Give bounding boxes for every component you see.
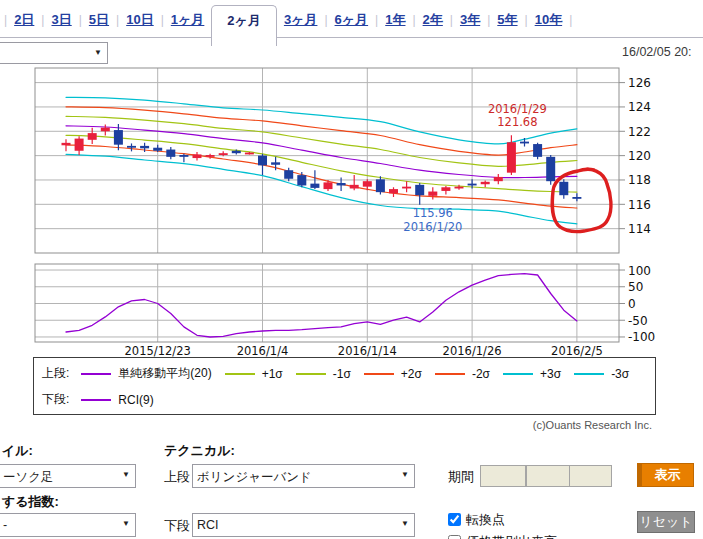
lower-indicator-select[interactable]: RCI ▼ xyxy=(192,513,415,537)
legend-entry-label: 単純移動平均(20) xyxy=(118,365,211,382)
period-label: 期間 xyxy=(448,468,474,486)
tab-period-2年[interactable]: 2年 xyxy=(416,3,450,37)
legend-upper-label: 上段: xyxy=(42,365,69,382)
tenkanten-checkbox[interactable] xyxy=(448,513,461,526)
svg-text:114: 114 xyxy=(628,222,651,236)
legend-line-swatch xyxy=(81,373,111,375)
legend-lower-label: 下段: xyxy=(42,391,69,408)
price-by-volume-checkbox-label: 価格帯別出来高 xyxy=(466,533,557,539)
tab-period-3日[interactable]: 3日 xyxy=(44,3,78,37)
show-button[interactable]: 表示 xyxy=(637,463,694,487)
svg-text:2016/2/5: 2016/2/5 xyxy=(551,344,603,357)
legend-upper-entries: 単純移動平均(20)+1σ-1σ+2σ-2σ+3σ-3σ xyxy=(81,365,642,382)
compare-index-select[interactable]: - ▼ xyxy=(0,513,136,537)
svg-text:122: 122 xyxy=(628,125,651,139)
svg-text:2016/1/4: 2016/1/4 xyxy=(237,344,289,357)
svg-text:50: 50 xyxy=(628,280,643,294)
legend-entry: -3σ xyxy=(574,365,629,382)
legend-entry: +2σ xyxy=(364,365,422,382)
tab-period-2日[interactable]: 2日 xyxy=(7,3,41,37)
copyright-text: (c)Ouants Research Inc. xyxy=(510,419,652,431)
legend-line-swatch xyxy=(225,373,255,375)
legend-line-swatch xyxy=(574,373,604,375)
quote-timestamp: 16/02/05 20: xyxy=(622,45,692,59)
tab-period-5年[interactable]: 5年 xyxy=(490,3,524,37)
chart-style-select[interactable]: ーソク足 ▼ xyxy=(0,464,136,488)
svg-text:-50: -50 xyxy=(628,314,648,328)
legend-entry: +3σ xyxy=(503,365,561,382)
technical-label: テクニカル: xyxy=(164,442,235,460)
period-tab-strip: |2日|3日|5日|10日|1ヶ月2ヶ月3ヶ月|6ヶ月|1年|2年|3年|5年|… xyxy=(0,0,703,37)
period-input-3[interactable] xyxy=(569,465,612,487)
tab-period-10年[interactable]: 10年 xyxy=(528,3,569,37)
legend-box: 上段: 単純移動平均(20)+1σ-1σ+2σ-2σ+3σ-3σ 下段: RCI… xyxy=(33,357,656,415)
price-by-volume-checkbox[interactable] xyxy=(448,535,461,539)
legend-line-swatch xyxy=(503,373,533,375)
chevron-down-icon: ▼ xyxy=(94,48,102,57)
legend-entry-label: -1σ xyxy=(333,367,351,381)
upper-indicator-select-value: ボリンジャーバンド xyxy=(197,469,312,486)
legend-upper-row: 上段: 単純移動平均(20)+1σ-1σ+2σ-2σ+3σ-3σ xyxy=(42,365,642,382)
svg-text:116: 116 xyxy=(628,198,651,212)
tenkanten-checkbox-label: 転換点 xyxy=(466,511,505,529)
legend-entry: -1σ xyxy=(296,365,351,382)
chart-style-select-value: ーソク足 xyxy=(3,469,54,486)
chevron-down-icon: ▼ xyxy=(401,519,409,528)
svg-text:124: 124 xyxy=(628,100,651,114)
svg-text:121.68: 121.68 xyxy=(497,115,537,129)
compare-index-label: する指数: xyxy=(2,493,59,511)
legend-lower-row: 下段: RCI(9) xyxy=(42,391,167,408)
chart-style-label: イル: xyxy=(2,442,33,460)
svg-text:2015/12/23: 2015/12/23 xyxy=(125,344,191,357)
legend-entry: RCI(9) xyxy=(81,393,153,407)
chevron-down-icon: ▼ xyxy=(122,470,130,479)
legend-entry-label: RCI(9) xyxy=(118,393,153,407)
chart-app: |2日|3日|5日|10日|1ヶ月2ヶ月3ヶ月|6ヶ月|1年|2年|3年|5年|… xyxy=(0,0,703,539)
period-input-1[interactable] xyxy=(480,465,526,487)
legend-entry: +1σ xyxy=(225,365,283,382)
svg-text:2016/1/20: 2016/1/20 xyxy=(403,220,462,234)
legend-line-swatch xyxy=(81,399,111,401)
legend-line-swatch xyxy=(296,373,326,375)
svg-text:120: 120 xyxy=(628,149,651,163)
tab-period-1年[interactable]: 1年 xyxy=(378,3,412,37)
tab-period-2ヶ月[interactable]: 2ヶ月 xyxy=(211,5,277,46)
tab-period-6ヶ月[interactable]: 6ヶ月 xyxy=(328,3,376,37)
legend-entry: 単純移動平均(20) xyxy=(81,365,211,382)
svg-text:2016/1/14: 2016/1/14 xyxy=(338,344,397,357)
legend-lower-entries: RCI(9) xyxy=(81,393,166,407)
legend-entry-label: -3σ xyxy=(611,367,629,381)
legend-line-swatch xyxy=(435,373,465,375)
period-tab-bar: |2日|3日|5日|10日|1ヶ月2ヶ月3ヶ月|6ヶ月|1年|2年|3年|5年|… xyxy=(0,0,703,38)
tab-period-3年[interactable]: 3年 xyxy=(453,3,487,37)
lower-row-label: 下段 xyxy=(164,517,190,535)
svg-text:2016/1/26: 2016/1/26 xyxy=(443,344,502,357)
tab-separator: | xyxy=(569,3,572,37)
period-input-2[interactable] xyxy=(526,465,571,487)
tab-period-3ヶ月[interactable]: 3ヶ月 xyxy=(277,3,325,37)
tab-period-5日[interactable]: 5日 xyxy=(82,3,116,37)
reset-button[interactable]: リセット xyxy=(637,511,695,533)
svg-text:100: 100 xyxy=(628,264,651,278)
compare-index-select-value: - xyxy=(3,518,7,532)
svg-text:-100: -100 xyxy=(628,330,655,344)
upper-indicator-select[interactable]: ボリンジャーバンド ▼ xyxy=(192,464,415,488)
tab-period-10日[interactable]: 10日 xyxy=(119,3,160,37)
legend-entry: -2σ xyxy=(435,365,490,382)
svg-text:2016/1/29: 2016/1/29 xyxy=(488,102,547,116)
svg-text:0: 0 xyxy=(628,297,636,311)
legend-line-swatch xyxy=(364,373,394,375)
svg-text:126: 126 xyxy=(628,76,651,90)
legend-entry-label: +1σ xyxy=(262,367,283,381)
upper-row-label: 上段 xyxy=(164,468,190,486)
legend-entry-label: +3σ xyxy=(540,367,561,381)
legend-entry-label: -2σ xyxy=(472,367,490,381)
lower-indicator-select-value: RCI xyxy=(197,518,219,532)
legend-entry-label: +2σ xyxy=(401,367,422,381)
svg-text:118: 118 xyxy=(628,173,651,187)
svg-text:115.96: 115.96 xyxy=(413,206,453,220)
chevron-down-icon: ▼ xyxy=(401,470,409,479)
chevron-down-icon: ▼ xyxy=(122,519,130,528)
price-chart-canvas: 126124122120118116114100500-50-1002015/1… xyxy=(0,60,703,357)
tab-period-1ヶ月[interactable]: 1ヶ月 xyxy=(164,3,212,37)
